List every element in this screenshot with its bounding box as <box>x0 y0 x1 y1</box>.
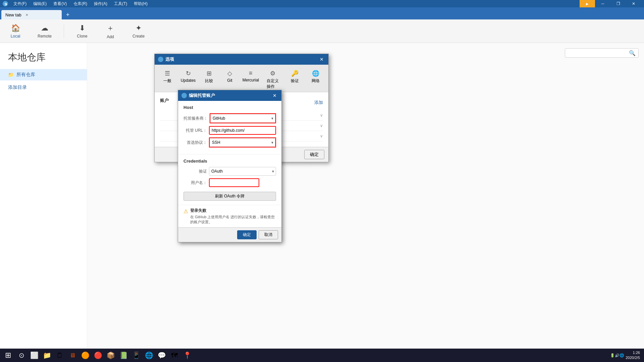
edit-titlebar: 编辑托管账户 ✕ <box>178 90 281 101</box>
taskbar-screen[interactable]: 🖥 <box>66 349 78 361</box>
taskbar-notes[interactable]: 🗒 <box>54 349 66 361</box>
edit-close-button[interactable]: ✕ <box>271 92 278 99</box>
toolbar-clone[interactable]: ⬇ Clone <box>72 22 92 40</box>
toolbar-remote[interactable]: ☁ Remote <box>34 22 56 40</box>
taskbar-task-view[interactable]: ⬜ <box>28 349 40 361</box>
refresh-token-button[interactable]: 刷新 OAuth 令牌 <box>183 192 276 201</box>
edit-cancel-button[interactable]: 取消 <box>259 230 278 239</box>
red-app-icon: 🔴 <box>94 351 102 359</box>
warning-text: 在 GitHub 上使用用户名 进行的认证失败，请检查您的账户设置。 <box>190 215 276 225</box>
toolbar-create[interactable]: ✦ Create <box>128 22 149 40</box>
taskbar-search[interactable]: ⊙ <box>15 349 28 361</box>
taskbar-app-orange[interactable]: 🟠 <box>79 349 91 361</box>
options-tab-updates[interactable]: ↻ Updates <box>178 67 198 92</box>
taskbar-browser[interactable]: 🌐 <box>143 349 155 361</box>
hosting-provider-row: 托管服务商： GitHub Bitbucket GitLab 其他 ▼ <box>183 113 276 123</box>
menubar: ◑ 文件(F) 编辑(E) 查看(V) 仓库(R) 操作(A) 工具(T) 帮助… <box>0 0 644 7</box>
taskbar-file-explorer[interactable]: 📁 <box>41 349 53 361</box>
menu-view[interactable]: 查看(V) <box>52 0 68 7</box>
menu-edit[interactable]: 编辑(E) <box>32 0 48 7</box>
restore-button[interactable]: ❐ <box>610 0 626 7</box>
auth-select[interactable]: OAuth Basic None <box>209 167 276 176</box>
host-section-title: Host <box>183 105 276 110</box>
protocol-wrapper: SSH HTTPS ▼ <box>209 137 276 147</box>
options-title-left: 选项 <box>158 56 174 62</box>
search-icon: 🔍 <box>629 50 636 56</box>
options-title: 选项 <box>165 56 174 62</box>
account-section-title: 账户 <box>160 98 169 104</box>
updates-tab-label: Updates <box>181 78 196 83</box>
username-row: 用户名： <box>183 178 276 187</box>
task-view-icon: ⬜ <box>30 351 39 359</box>
add-directory-link[interactable]: 添加目录 <box>0 80 87 95</box>
options-tab-mercurial[interactable]: ≡ Mercurial <box>240 67 261 92</box>
tab-label: New tab <box>5 12 21 17</box>
close-button[interactable]: ✕ <box>626 0 641 7</box>
minimize-button[interactable]: ─ <box>595 0 610 7</box>
hosting-url-label: 托管 URL： <box>183 128 207 133</box>
sidebar-item-all-repos[interactable]: 📁 所有仓库 <box>0 69 87 80</box>
warning-row: ⚠ 登录失败 在 GitHub 上使用用户名 进行的认证失败，请检查您的账户设置… <box>178 205 281 227</box>
protocol-select[interactable]: SSH HTTPS <box>210 138 275 147</box>
taskbar-app-red[interactable]: 🔴 <box>92 349 104 361</box>
menu-action[interactable]: 操作(A) <box>93 0 109 7</box>
options-tab-custom[interactable]: ⚙ 自定义操作 <box>262 67 284 92</box>
menu-tools[interactable]: 工具(T) <box>113 0 128 7</box>
host-section: Host 托管服务商： GitHub Bitbucket GitLab 其他 ▼… <box>178 101 281 154</box>
hosting-url-row: 托管 URL： <box>183 126 276 135</box>
options-tab-compare[interactable]: ⊞ 比较 <box>199 67 219 92</box>
toolbar-local[interactable]: 🏠 Local <box>5 22 25 40</box>
menu-repo[interactable]: 仓库(R) <box>72 0 89 7</box>
start-icon: ⊞ <box>5 351 11 360</box>
page-title: 本地仓库 <box>0 48 87 69</box>
warning-content: 登录失败 在 GitHub 上使用用户名 进行的认证失败，请检查您的账户设置。 <box>190 208 276 225</box>
clock: 1:26 2020/2/5 <box>626 350 640 361</box>
notes-icon: 🗒 <box>56 352 63 359</box>
app-logo: ◑ <box>3 1 8 6</box>
taskbar-location[interactable]: 📍 <box>181 349 193 361</box>
options-tab-auth[interactable]: 🔑 验证 <box>285 67 305 92</box>
options-tab-network[interactable]: 🌐 网络 <box>306 67 326 92</box>
create-label: Create <box>132 34 145 39</box>
folder-icon: 📁 <box>8 72 14 77</box>
taskbar-app-mobile[interactable]: 📱 <box>130 349 142 361</box>
taskbar-app-pkg[interactable]: 📦 <box>105 349 117 361</box>
taskbar-chat[interactable]: 💬 <box>156 349 168 361</box>
updates-icon: ↻ <box>186 70 191 77</box>
date-display: 2020/2/5 <box>626 355 640 360</box>
hosting-provider-select[interactable]: GitHub Bitbucket GitLab 其他 <box>210 114 275 123</box>
username-input[interactable] <box>209 178 259 187</box>
edit-confirm-button[interactable]: 确定 <box>237 230 257 239</box>
start-button[interactable]: ⊞ <box>1 349 15 362</box>
tab-close-button[interactable]: ✕ <box>24 12 30 17</box>
auth-tab-label: 验证 <box>291 78 299 84</box>
options-tab-general[interactable]: ☰ 一般 <box>157 67 177 92</box>
taskbar-app-green[interactable]: 📗 <box>117 349 129 361</box>
orange-app-icon: 🟠 <box>81 351 90 359</box>
add-account-link[interactable]: 添加 <box>314 100 323 106</box>
hosting-url-input[interactable] <box>209 126 276 135</box>
clone-label: Clone <box>77 34 87 39</box>
options-logo <box>158 57 163 62</box>
chevron-icon-2: ∨ <box>320 123 323 128</box>
hosting-provider-label: 托管服务商： <box>183 116 208 121</box>
toolbar-add[interactable]: ＋ Add <box>100 22 120 41</box>
options-titlebar: 选项 ✕ <box>155 54 328 65</box>
taskbar-app-icon[interactable]: ▶ <box>580 0 595 7</box>
general-icon: ☰ <box>165 70 170 77</box>
search-bar[interactable]: 🔍 <box>565 48 639 58</box>
sidebar: 本地仓库 📁 所有仓库 添加目录 <box>0 43 87 349</box>
add-icon: ＋ <box>107 23 114 33</box>
options-confirm-button[interactable]: 确定 <box>304 150 324 159</box>
custom-tab-label: 自定义操作 <box>267 78 279 89</box>
menu-file[interactable]: 文件(F) <box>12 0 28 7</box>
options-close-button[interactable]: ✕ <box>318 56 325 63</box>
tab-newtab[interactable]: New tab ✕ <box>1 10 62 19</box>
window-controls: ▶ ─ ❐ ✕ <box>580 0 641 7</box>
menu-help[interactable]: 帮助(H) <box>132 0 149 7</box>
search-input[interactable] <box>568 51 629 56</box>
taskbar-map[interactable]: 🗺 <box>168 349 180 361</box>
options-tab-git[interactable]: ◇ Git <box>220 67 240 92</box>
new-tab-button[interactable]: + <box>63 10 72 19</box>
toolbar-separator-1 <box>64 24 64 38</box>
